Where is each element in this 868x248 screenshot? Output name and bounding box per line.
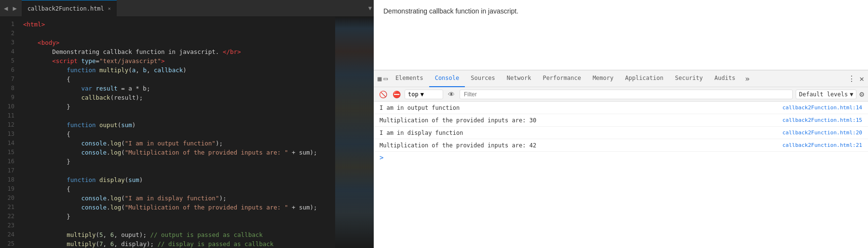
- console-row: Multiplication of the provided inputs ar…: [374, 114, 868, 127]
- devtools-tab-sources[interactable]: Sources: [465, 70, 501, 87]
- line-number: 9: [0, 93, 14, 102]
- code-line: <body>: [23, 38, 331, 47]
- line-number: 11: [0, 111, 14, 120]
- devtools-tab-audits[interactable]: Audits: [709, 70, 741, 87]
- code-line: }: [23, 212, 331, 221]
- line-number: 19: [0, 184, 14, 194]
- devtools-tab-performance[interactable]: Performance: [537, 70, 586, 87]
- code-line: callback(result);: [23, 93, 331, 102]
- console-toolbar: 🚫 ⛔ top ▼ 👁 Default levels ▼ ⚙: [374, 87, 868, 102]
- line-number: 20: [0, 194, 14, 203]
- line-number: 14: [0, 139, 14, 148]
- line-number: 17: [0, 166, 14, 175]
- console-source-link[interactable]: callback2Function.html:15: [782, 117, 862, 123]
- devtools-tab-application[interactable]: Application: [619, 70, 669, 87]
- console-message: Multiplication of the provided inputs ar…: [380, 117, 536, 124]
- right-panel: Demonstrating callback function in javas…: [374, 0, 868, 248]
- line-number: 15: [0, 148, 14, 157]
- line-number: 22: [0, 212, 14, 221]
- console-row: I am in display functioncallback2Functio…: [374, 127, 868, 139]
- inspect-icon[interactable]: ▦: [378, 75, 381, 82]
- console-source-link[interactable]: callback2Function.html:21: [782, 142, 862, 148]
- line-number: 16: [0, 157, 14, 166]
- filter-toggle-icon[interactable]: ⛔: [391, 89, 402, 100]
- console-message: I am in display function: [380, 130, 463, 136]
- code-line: function multiply(a, b, callback): [23, 65, 331, 75]
- line-number: 13: [0, 130, 14, 139]
- console-output: I am in output functioncallback2Function…: [374, 102, 868, 248]
- line-number: 6: [0, 65, 14, 75]
- code-line: {: [23, 75, 331, 84]
- tab-label: callback2Function.html: [27, 5, 104, 12]
- code-line: Demonstrating callback function in javas…: [23, 47, 331, 56]
- code-line: [23, 221, 331, 230]
- nav-forward-icon[interactable]: ▶: [11, 3, 18, 13]
- devtools-toolbar: ▦ ▭ ElementsConsoleSourcesNetworkPerform…: [374, 70, 868, 87]
- default-levels-dropdown[interactable]: Default levels ▼: [796, 90, 856, 99]
- line-number: 5: [0, 56, 14, 65]
- eye-icon[interactable]: 👁: [446, 89, 457, 100]
- more-options-icon[interactable]: ⋮: [848, 74, 855, 83]
- code-line: [23, 166, 331, 175]
- nav-back-icon[interactable]: ◀: [2, 3, 10, 13]
- code-line: <script type="text/javascript">: [23, 56, 331, 65]
- filter-input[interactable]: [460, 90, 793, 99]
- settings-icon[interactable]: ⚙: [859, 90, 864, 99]
- console-source-link[interactable]: callback2Function.html:20: [782, 130, 862, 136]
- line-number: 18: [0, 175, 14, 184]
- line-number: 12: [0, 120, 14, 130]
- line-number: 25: [0, 239, 14, 248]
- code-line: [23, 29, 331, 38]
- top-selector-label: top: [408, 91, 419, 98]
- default-levels-label: Default levels: [799, 91, 848, 98]
- device-icon[interactable]: ▭: [383, 75, 387, 82]
- line-number: 4: [0, 47, 14, 56]
- code-line: {: [23, 130, 331, 139]
- code-line: <html>: [23, 20, 331, 29]
- minimap: [335, 17, 374, 248]
- devtools: ▦ ▭ ElementsConsoleSourcesNetworkPerform…: [374, 70, 868, 248]
- page-text: Demonstrating callback function in javas…: [383, 7, 518, 15]
- console-message: I am in output function: [380, 104, 460, 111]
- top-selector[interactable]: top ▼: [405, 90, 443, 99]
- code-line: var result = a * b;: [23, 84, 331, 93]
- devtools-tab-more-icon[interactable]: »: [741, 74, 754, 83]
- line-number: 8: [0, 84, 14, 93]
- devtools-tab-security[interactable]: Security: [669, 70, 709, 87]
- console-row: I am in output functioncallback2Function…: [374, 102, 868, 114]
- default-levels-arrow-icon: ▼: [850, 91, 853, 98]
- line-number: 23: [0, 221, 14, 230]
- clear-console-icon[interactable]: 🚫: [378, 89, 388, 100]
- code-line: console.log("Multiplication of the provi…: [23, 203, 331, 212]
- line-number: 7: [0, 75, 14, 84]
- code-line: console.log("Multiplication of the provi…: [23, 148, 331, 157]
- devtools-actions: ⋮ ✕: [848, 74, 864, 83]
- code-content[interactable]: <html> <body> Demonstrating callback fun…: [19, 17, 335, 248]
- editor-panel: ◀ ▶ callback2Function.html ✕ ▼ 123456789…: [0, 0, 374, 248]
- line-number: 3: [0, 38, 14, 47]
- code-line: function display(sum): [23, 175, 331, 184]
- code-line: function ouput(sum): [23, 120, 331, 130]
- devtools-tab-network[interactable]: Network: [501, 70, 537, 87]
- console-message: Multiplication of the provided inputs ar…: [380, 142, 536, 149]
- console-row: Multiplication of the provided inputs ar…: [374, 139, 868, 152]
- line-number: 1: [0, 20, 14, 29]
- tab-bar: ◀ ▶ callback2Function.html ✕ ▼: [0, 0, 374, 17]
- code-line: multiply(7, 6, display); // display is p…: [23, 239, 331, 248]
- devtools-tab-console[interactable]: Console: [429, 70, 465, 87]
- top-selector-dropdown-icon: ▼: [420, 91, 424, 98]
- code-line: }: [23, 157, 331, 166]
- code-line: {: [23, 184, 331, 194]
- code-line: console.log("I am in display function");: [23, 194, 331, 203]
- line-number: 24: [0, 230, 14, 239]
- close-devtools-icon[interactable]: ✕: [859, 74, 864, 83]
- tab-close-icon[interactable]: ✕: [108, 6, 111, 11]
- tab-dropdown-icon[interactable]: ▼: [368, 5, 372, 12]
- code-line: [23, 111, 331, 120]
- console-prompt[interactable]: >: [374, 152, 868, 163]
- editor-tab[interactable]: callback2Function.html ✕: [22, 0, 117, 17]
- devtools-tab-memory[interactable]: Memory: [587, 70, 619, 87]
- console-source-link[interactable]: callback2Function.html:14: [782, 104, 862, 111]
- line-number: 2: [0, 29, 14, 38]
- devtools-tab-elements[interactable]: Elements: [390, 70, 429, 87]
